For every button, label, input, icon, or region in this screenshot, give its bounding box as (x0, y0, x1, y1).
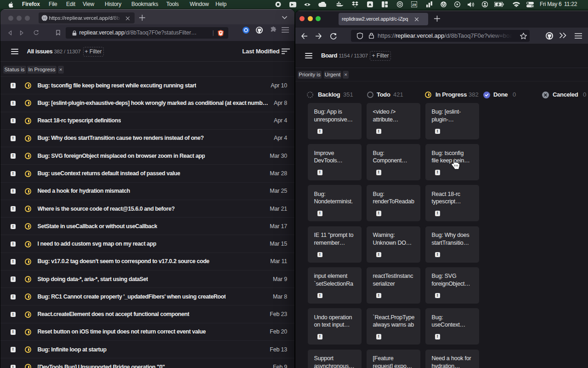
svg-text:29: 29 (412, 3, 416, 7)
